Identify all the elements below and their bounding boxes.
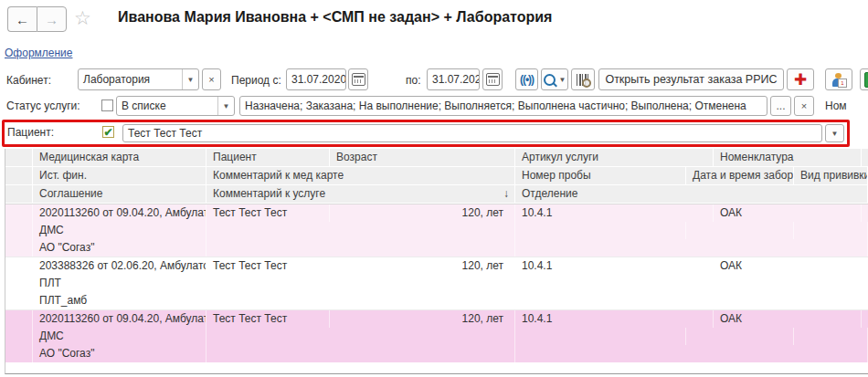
online-monitor-button[interactable]: ((•)) xyxy=(515,68,538,90)
table-cell[interactable] xyxy=(5,275,33,292)
period-to-input[interactable]: 31.07.2020 xyxy=(427,68,480,90)
patient-dropdown-button[interactable]: ▼ xyxy=(825,124,844,142)
status-list-ellipsis-button[interactable]: ... xyxy=(770,96,791,116)
table-cell[interactable] xyxy=(206,328,515,345)
table-cell[interactable]: 10.4.1 xyxy=(515,204,714,222)
header-cell[interactable]: Комментарий к мед карте xyxy=(206,167,515,185)
barcode-scan-button[interactable] xyxy=(571,68,595,90)
header-cell[interactable]: Номер пробы xyxy=(515,167,686,185)
table-cell[interactable]: ДМС xyxy=(33,222,206,239)
patient-combobox[interactable]: Тест Тест Тест xyxy=(122,124,822,142)
header-cell[interactable]: К xyxy=(862,149,868,167)
table-cell[interactable]: 203388326 от 02.06.20, Амбулато... xyxy=(33,257,206,275)
header-cell[interactable]: Вид прививки xyxy=(794,167,868,185)
header-cell[interactable] xyxy=(5,149,33,167)
patient-schedule-button[interactable]: 1 xyxy=(825,68,852,90)
period-to-calendar-button[interactable] xyxy=(482,68,503,90)
header-cell[interactable]: Дата и время забора xyxy=(686,167,794,185)
table-cell[interactable]: 10.4.1 xyxy=(515,310,714,328)
green-check-button[interactable] xyxy=(860,68,868,90)
header-cell[interactable]: Пациент xyxy=(206,149,330,167)
table-cell[interactable] xyxy=(862,204,868,222)
search-button[interactable]: ▼ xyxy=(541,68,568,90)
table-record[interactable]: 2020113260 от 09.04.20, Амбулат...Тест Т… xyxy=(5,309,868,362)
table-cell[interactable] xyxy=(206,275,515,292)
table-cell[interactable]: Тест Тест Тест xyxy=(206,257,330,275)
table-cell[interactable]: ПЛТ xyxy=(33,275,206,292)
table-cell[interactable]: ДМС xyxy=(33,328,206,345)
table-cell[interactable] xyxy=(5,345,33,362)
header-cell[interactable] xyxy=(5,185,33,204)
table-cell[interactable] xyxy=(5,257,33,275)
waves-icon: ((•)) xyxy=(520,73,534,86)
header-cell[interactable]: Артикул услуги xyxy=(515,149,714,167)
header-cell[interactable]: Отделение xyxy=(515,185,868,204)
formatting-link[interactable]: Оформление xyxy=(5,47,72,59)
back-button[interactable]: ← xyxy=(7,6,37,32)
table-cell[interactable] xyxy=(794,275,868,292)
table-cell[interactable] xyxy=(5,292,33,309)
table-cell[interactable] xyxy=(515,275,686,292)
table-cell[interactable] xyxy=(206,292,515,309)
header-cell[interactable]: Номенклатура xyxy=(714,149,862,167)
cabinet-clear-button[interactable]: × xyxy=(202,68,221,90)
table-cell[interactable] xyxy=(515,222,686,239)
table-cell[interactable]: 2020113260 от 09.04.20, Амбулат... xyxy=(33,204,206,222)
header-cell[interactable] xyxy=(5,167,33,185)
header-cell[interactable]: Соглашение xyxy=(33,185,206,204)
table-cell[interactable]: 120, лет xyxy=(330,310,515,328)
table-cell[interactable] xyxy=(515,345,868,362)
table-cell[interactable]: 120, лет xyxy=(330,257,515,275)
table-cell[interactable] xyxy=(794,222,868,239)
cabinet-dropdown-icon[interactable]: ▼ xyxy=(182,69,198,89)
table-cell[interactable] xyxy=(206,239,515,257)
status-list-input[interactable]: Назначена; Заказана; На выполнение; Выпо… xyxy=(239,96,767,116)
header-cell[interactable]: Медицинская карта xyxy=(33,149,206,167)
table-cell[interactable]: ОАК xyxy=(714,204,862,222)
table-cell[interactable] xyxy=(686,222,794,239)
header-cell[interactable]: Возраст xyxy=(330,149,515,167)
period-from-input[interactable]: 31.07.2020 xyxy=(286,68,346,90)
status-list-clear-button[interactable]: × xyxy=(794,96,814,116)
table-cell[interactable] xyxy=(515,239,868,257)
table-cell[interactable]: ОАК xyxy=(714,257,862,275)
table-record[interactable]: 2020113260 от 09.04.20, Амбулат...Тест Т… xyxy=(5,204,868,257)
header-cell[interactable]: Ист. фин. xyxy=(33,167,206,185)
table-cell[interactable]: Тест Тест Тест xyxy=(206,204,330,222)
medical-service-button[interactable]: ✚ xyxy=(787,68,814,90)
table-record[interactable]: 203388326 от 02.06.20, Амбулато...Тест Т… xyxy=(5,257,868,309)
table-cell[interactable]: 120, лет xyxy=(330,204,515,222)
table-cell[interactable]: Тест Тест Тест xyxy=(206,310,330,328)
status-mode-combobox[interactable]: В списке ▼ xyxy=(116,96,235,116)
table-cell[interactable] xyxy=(5,310,33,328)
table-cell[interactable]: АО "Согаз" xyxy=(33,345,206,362)
table-cell[interactable] xyxy=(206,222,515,239)
patient-checkbox[interactable]: ✔ xyxy=(102,126,114,138)
table-cell[interactable] xyxy=(206,345,515,362)
open-rris-result-button[interactable]: Открыть результат заказа РРИС xyxy=(598,68,784,90)
table-cell[interactable]: ОАК xyxy=(714,310,862,328)
cabinet-combobox[interactable]: Лаборатория ▼ xyxy=(78,68,199,90)
table-cell[interactable] xyxy=(5,222,33,239)
forward-button[interactable]: → xyxy=(37,6,67,32)
table-cell[interactable] xyxy=(686,275,794,292)
service-status-checkbox[interactable] xyxy=(101,99,113,111)
table-cell[interactable]: АО "Согаз" xyxy=(33,239,206,257)
table-cell[interactable] xyxy=(686,328,794,345)
table-cell[interactable] xyxy=(794,328,868,345)
period-from-calendar-button[interactable] xyxy=(348,68,368,90)
status-mode-dropdown-icon[interactable]: ▼ xyxy=(217,97,234,115)
table-cell[interactable] xyxy=(862,310,868,328)
table-cell[interactable]: ПЛТ_амб xyxy=(33,292,206,309)
table-cell[interactable] xyxy=(5,204,33,222)
header-cell[interactable]: Комментарий к услуге↓ xyxy=(206,185,515,204)
table-cell[interactable]: 10.4.1 xyxy=(515,257,714,275)
favorite-star-icon[interactable]: ☆ xyxy=(74,7,91,29)
table-cell[interactable] xyxy=(862,257,868,275)
table-cell[interactable] xyxy=(5,239,33,257)
table-cell[interactable] xyxy=(5,328,33,345)
table-cell[interactable] xyxy=(515,328,686,345)
table-cell[interactable] xyxy=(515,292,868,309)
table-cell[interactable]: 2020113260 от 09.04.20, Амбулат... xyxy=(33,310,206,328)
sort-descending-icon: ↓ xyxy=(503,185,509,203)
